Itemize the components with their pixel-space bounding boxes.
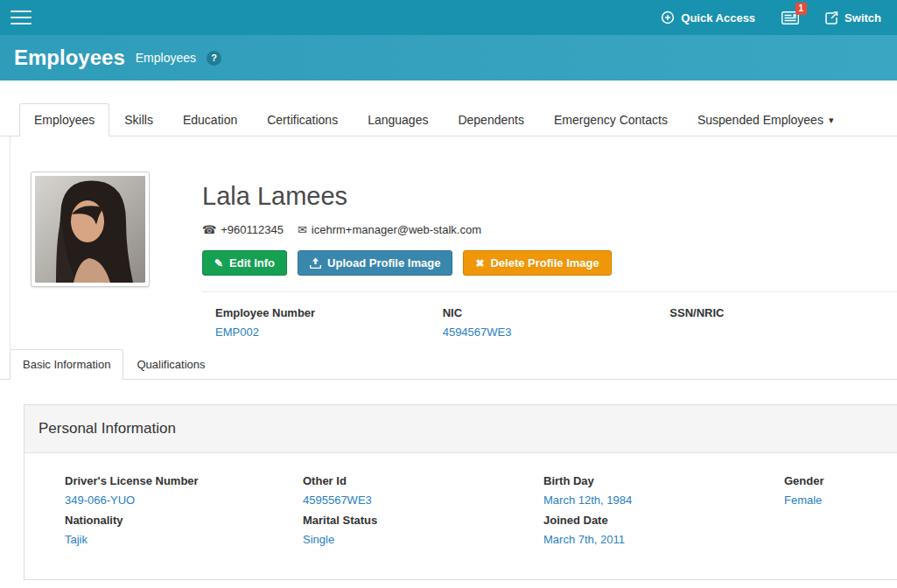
field-value: March 7th, 2011	[543, 533, 784, 546]
main-content: Employees Skills Education Certification…	[0, 80, 897, 588]
summary-field-ssn-nric: SSN/NRIC	[669, 306, 897, 339]
tab-skills[interactable]: Skills	[109, 103, 168, 136]
divider	[202, 291, 897, 292]
notifications-button[interactable]: 1	[781, 11, 799, 24]
topbar: Quick Access 1 Switch	[0, 0, 897, 35]
field-value: 4594567WE3	[443, 326, 670, 339]
profile-detail-tabs: Basic Information Qualifications	[0, 349, 897, 380]
profile-photo	[31, 172, 150, 287]
field-gender: Gender Female	[784, 474, 897, 507]
field-label: Joined Date	[543, 514, 784, 527]
field-value: 349-066-YUO	[65, 494, 303, 507]
upload-profile-image-button[interactable]: Upload Profile Image	[298, 250, 452, 276]
field-value: Female	[784, 494, 897, 507]
employee-phone: ☎ +960112345	[202, 223, 284, 236]
field-birth-day: Birth Day March 12th, 1984	[543, 474, 784, 507]
delete-profile-image-label: Delete Profile Image	[490, 256, 599, 270]
field-empty	[784, 514, 897, 546]
topbar-right: Quick Access 1 Switch	[661, 10, 881, 24]
field-label: NIC	[443, 306, 670, 319]
employee-email-value: icehrm+manager@web-stalk.com	[312, 223, 481, 236]
employee-module-tabs: Employees Skills Education Certification…	[0, 103, 897, 136]
personal-information-fields: Driver's License Number 349-066-YUO Othe…	[25, 453, 897, 579]
field-marital-status: Marital Status Single	[303, 514, 543, 546]
employee-name: Lala Lamees	[202, 182, 897, 211]
tab-education[interactable]: Education	[168, 103, 252, 136]
field-value: March 12th, 1984	[543, 494, 784, 507]
employee-email: ✉ icehrm+manager@web-stalk.com	[298, 223, 481, 236]
breadcrumb: Employees	[136, 51, 196, 65]
quick-access-button[interactable]: Quick Access	[661, 10, 755, 24]
field-label: Driver's License Number	[65, 474, 303, 487]
edit-icon: ✎	[214, 257, 223, 270]
edit-info-label: Edit Info	[229, 256, 275, 270]
profile-section: Lala Lamees ☎ +960112345 ✉ icehrm+manage…	[10, 136, 897, 349]
upload-profile-image-label: Upload Profile Image	[327, 256, 440, 270]
field-value: EMP002	[215, 326, 443, 339]
field-label: Other Id	[303, 474, 543, 487]
delete-profile-image-button[interactable]: ✖ Delete Profile Image	[463, 250, 611, 276]
employee-summary-fields: Employee Number EMP002 NIC 4594567WE3 SS…	[202, 306, 897, 339]
quick-access-label: Quick Access	[681, 11, 755, 24]
summary-field-employee-number: Employee Number EMP002	[215, 306, 443, 339]
tab-certifications[interactable]: Certifications	[252, 103, 353, 136]
page-header: Employees Employees ?	[0, 35, 897, 80]
tab-languages[interactable]: Languages	[353, 103, 443, 136]
panel-title: Personal Information	[25, 405, 897, 453]
field-label: Marital Status	[303, 514, 543, 527]
email-icon: ✉	[298, 223, 307, 236]
switch-label: Switch	[844, 11, 881, 24]
field-value: Single	[303, 533, 543, 546]
delete-icon: ✖	[475, 257, 484, 270]
menu-icon[interactable]	[9, 3, 33, 32]
tab-basic-information[interactable]: Basic Information	[10, 349, 123, 380]
switch-icon	[825, 11, 838, 24]
employee-phone-value: +960112345	[221, 223, 284, 236]
tab-employees[interactable]: Employees	[19, 103, 109, 136]
field-value: 4595567WE3	[303, 494, 543, 507]
switch-button[interactable]: Switch	[825, 11, 881, 24]
field-label: Gender	[784, 474, 897, 487]
field-nationality: Nationality Tajik	[65, 514, 303, 546]
tab-qualifications[interactable]: Qualifications	[123, 349, 218, 380]
tab-emergency-contacts[interactable]: Emergency Contacts	[539, 103, 683, 136]
notification-badge: 1	[795, 3, 808, 15]
tab-suspended-employees[interactable]: Suspended Employees ▾	[683, 103, 849, 136]
tab-dependents[interactable]: Dependents	[443, 103, 539, 136]
help-icon[interactable]: ?	[207, 51, 221, 66]
field-value: Tajik	[65, 533, 303, 546]
tab-suspended-employees-label: Suspended Employees	[697, 113, 823, 127]
field-other-id: Other Id 4595567WE3	[303, 474, 543, 507]
upload-icon	[310, 257, 321, 269]
quick-access-icon	[661, 10, 675, 24]
field-drivers-license-number: Driver's License Number 349-066-YUO	[65, 474, 303, 507]
edit-info-button[interactable]: ✎ Edit Info	[202, 250, 287, 276]
caret-down-icon: ▾	[829, 115, 834, 126]
field-label: Birth Day	[543, 474, 784, 487]
page-title: Employees	[14, 46, 125, 70]
phone-icon: ☎	[202, 223, 216, 236]
field-label: Nationality	[65, 514, 303, 527]
field-label: SSN/NRIC	[669, 306, 897, 319]
field-label: Employee Number	[215, 306, 443, 319]
field-joined-date: Joined Date March 7th, 2011	[543, 514, 784, 546]
personal-information-panel: Personal Information Driver's License Nu…	[24, 404, 897, 580]
summary-field-nic: NIC 4594567WE3	[443, 306, 670, 339]
